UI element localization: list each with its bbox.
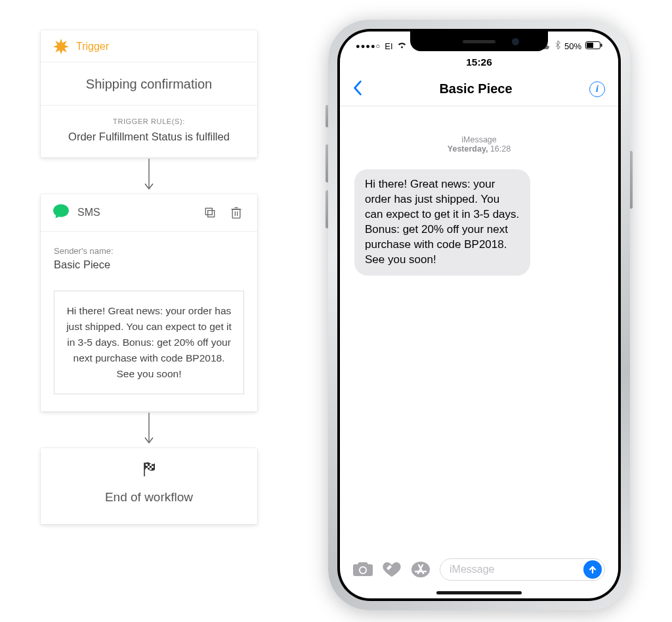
message-input-placeholder: iMessage xyxy=(450,564,494,575)
svg-rect-19 xyxy=(601,43,602,47)
phone-notch xyxy=(410,31,548,51)
nav-bar: Basic Piece i xyxy=(340,72,618,106)
message-composer: iMessage xyxy=(340,554,618,585)
end-card: End of workflow xyxy=(41,448,257,524)
checkered-flag-icon xyxy=(142,461,156,480)
battery-icon xyxy=(585,41,602,51)
wifi-icon xyxy=(397,41,407,51)
svg-point-21 xyxy=(360,568,366,573)
app-store-icon[interactable] xyxy=(411,561,430,578)
arrow-2 xyxy=(142,411,156,448)
trigger-header: Trigger xyxy=(41,30,257,62)
carrier-label: EI xyxy=(385,41,392,51)
end-label: End of workflow xyxy=(52,490,245,505)
sms-card[interactable]: SMS Sender's name: Basic Piece Hi there!… xyxy=(41,194,257,411)
trigger-rules: TRIGGER RULE(S): Order Fulfillment Statu… xyxy=(41,106,257,157)
camera-icon[interactable] xyxy=(353,562,373,577)
thread-service: iMessage xyxy=(340,135,618,144)
svg-rect-14 xyxy=(152,466,154,468)
svg-rect-12 xyxy=(150,464,152,466)
sms-header: SMS xyxy=(41,194,257,232)
svg-rect-16 xyxy=(150,468,152,470)
phone-screen: ●●●●○ EI 50% xyxy=(340,31,618,598)
thread-when-prefix: Yesterday, xyxy=(448,144,488,154)
back-button[interactable] xyxy=(353,79,362,99)
svg-rect-3 xyxy=(205,208,212,215)
digital-touch-icon[interactable] xyxy=(382,561,402,578)
speech-bubble-icon xyxy=(52,203,70,222)
send-button[interactable] xyxy=(583,560,602,579)
svg-rect-13 xyxy=(148,466,150,468)
trigger-rules-heading: TRIGGER RULE(S): xyxy=(52,117,245,125)
conversation-title: Basic Piece xyxy=(439,81,512,96)
workflow-column: Trigger Shipping confirmation TRIGGER RU… xyxy=(41,30,257,524)
sms-message-preview[interactable]: Hi there! Great news: your order has jus… xyxy=(54,291,244,394)
svg-rect-4 xyxy=(232,209,240,218)
message-bubble-incoming: Hi there! Great news: your order has jus… xyxy=(354,169,530,276)
battery-percent: 50% xyxy=(564,41,581,51)
delete-button[interactable] xyxy=(227,203,245,222)
message-input[interactable]: iMessage xyxy=(440,558,605,581)
trigger-title: Shipping confirmation xyxy=(41,62,257,106)
bluetooth-icon xyxy=(555,41,560,51)
sender-name: Basic Piece xyxy=(54,259,244,271)
svg-rect-11 xyxy=(146,464,148,466)
signal-strength: ●●●●○ xyxy=(356,42,381,50)
svg-marker-0 xyxy=(53,39,69,54)
arrow-1 xyxy=(142,157,156,194)
status-time: 15:26 xyxy=(340,56,618,68)
trigger-label: Trigger xyxy=(76,41,109,52)
svg-rect-18 xyxy=(587,43,593,48)
sender-label: Sender's name: xyxy=(54,246,244,256)
info-button[interactable]: i xyxy=(589,81,605,97)
sms-label: SMS xyxy=(77,207,193,218)
burst-icon xyxy=(52,38,70,55)
svg-rect-15 xyxy=(146,468,148,470)
phone-mockup: ●●●●○ EI 50% xyxy=(328,20,630,610)
trigger-card[interactable]: Trigger Shipping confirmation TRIGGER RU… xyxy=(41,30,257,157)
trigger-rule-text: Order Fulfillment Status is fulfilled xyxy=(52,131,245,143)
thread-meta: iMessage Yesterday, 16:28 xyxy=(340,135,618,154)
sms-body: Sender's name: Basic Piece Hi there! Gre… xyxy=(41,232,257,411)
message-text[interactable]: Hi there! Great news: your order has jus… xyxy=(354,169,530,276)
home-indicator xyxy=(436,591,522,594)
duplicate-button[interactable] xyxy=(201,203,219,222)
thread-when-time: 16:28 xyxy=(490,144,511,154)
svg-rect-2 xyxy=(208,211,215,217)
